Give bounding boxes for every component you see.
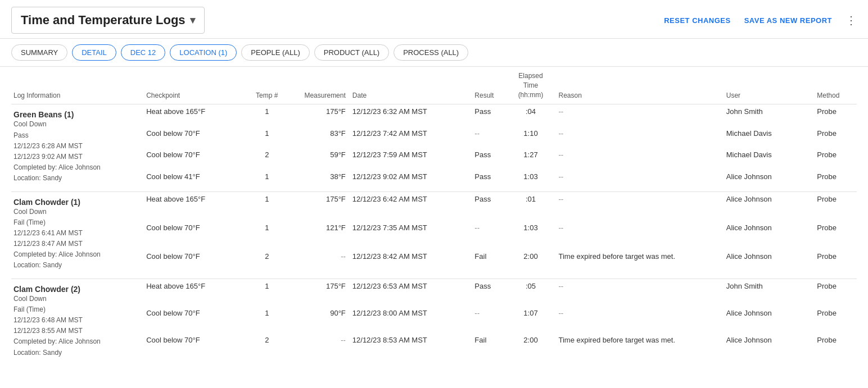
more-options-icon[interactable]: ⋮ bbox=[846, 13, 857, 27]
measurement-cell: 175°F bbox=[287, 191, 350, 221]
reason-cell: -- bbox=[556, 221, 724, 249]
method-cell: Probe bbox=[815, 191, 857, 221]
table-row: Clam Chowder (1) Cool DownFail (Time) 12… bbox=[11, 191, 857, 221]
user-cell: Alice Johnson bbox=[724, 191, 815, 221]
filter-people[interactable]: PEOPLE (ALL) bbox=[241, 44, 309, 61]
temp-num-cell: 1 bbox=[249, 104, 287, 126]
result-cell: Fail bbox=[472, 249, 507, 279]
date-cell: 12/12/23 8:42 AM MST bbox=[350, 249, 473, 279]
result-cell: Fail bbox=[472, 333, 507, 366]
col-date: Date bbox=[350, 67, 473, 104]
elapsed-cell: :04 bbox=[507, 104, 556, 126]
temp-num-cell: 2 bbox=[249, 249, 287, 279]
measurement-cell: 175°F bbox=[287, 279, 350, 306]
title-dropdown-icon[interactable]: ▾ bbox=[190, 14, 195, 26]
method-cell: Probe bbox=[815, 170, 857, 191]
reset-changes-button[interactable]: RESET CHANGES bbox=[664, 16, 730, 25]
col-reason: Reason bbox=[556, 67, 724, 104]
filter-process[interactable]: PROCESS (ALL) bbox=[394, 44, 468, 61]
temp-num-cell: 1 bbox=[249, 170, 287, 191]
result-cell: Pass bbox=[472, 170, 507, 191]
filter-bar: SUMMARY DETAIL DEC 12 LOCATION (1) PEOPL… bbox=[0, 39, 868, 67]
method-cell: Probe bbox=[815, 333, 857, 366]
user-cell: Alice Johnson bbox=[724, 249, 815, 279]
result-cell: Pass bbox=[472, 191, 507, 221]
log-info-cell: Green Beans (1) Cool DownPass 12/12/23 6… bbox=[11, 104, 144, 191]
measurement-cell: 83°F bbox=[287, 126, 350, 148]
filter-dec12[interactable]: DEC 12 bbox=[121, 44, 166, 61]
group-meta: 12/12/23 6:48 AM MST12/12/23 8:55 AM MST… bbox=[13, 315, 139, 363]
checkpoint-cell: Cool below 41°F bbox=[144, 170, 248, 191]
measurement-cell: -- bbox=[287, 249, 350, 279]
temp-num-cell: 1 bbox=[249, 221, 287, 249]
result-cell: -- bbox=[472, 221, 507, 249]
elapsed-cell: 1:03 bbox=[507, 170, 556, 191]
temp-num-cell: 1 bbox=[249, 306, 287, 333]
col-user: User bbox=[724, 67, 815, 104]
page-title: Time and Temperature Logs bbox=[21, 13, 186, 28]
filter-detail[interactable]: DETAIL bbox=[72, 44, 116, 61]
method-cell: Probe bbox=[815, 279, 857, 306]
result-cell: -- bbox=[472, 126, 507, 148]
checkpoint-cell: Cool below 70°F bbox=[144, 126, 248, 148]
elapsed-cell: 1:03 bbox=[507, 221, 556, 249]
reason-cell: -- bbox=[556, 148, 724, 169]
checkpoint-cell: Cool below 70°F bbox=[144, 148, 248, 169]
filter-summary[interactable]: SUMMARY bbox=[11, 44, 67, 61]
group-type: Cool DownPass bbox=[13, 119, 139, 140]
filter-product[interactable]: PRODUCT (ALL) bbox=[314, 44, 389, 61]
page-header: Time and Temperature Logs ▾ RESET CHANGE… bbox=[0, 0, 868, 39]
log-table: Log Information Checkpoint Temp # Measur… bbox=[11, 67, 857, 366]
temp-num-cell: 2 bbox=[249, 333, 287, 366]
title-area: Time and Temperature Logs ▾ bbox=[11, 7, 205, 34]
method-cell: Probe bbox=[815, 221, 857, 249]
method-cell: Probe bbox=[815, 104, 857, 126]
group-type: Cool DownFail (Time) bbox=[13, 294, 139, 315]
filter-location1[interactable]: LOCATION (1) bbox=[170, 44, 237, 61]
date-cell: 12/12/23 8:53 AM MST bbox=[350, 333, 473, 366]
col-elapsed: ElapsedTime(hh:mm) bbox=[507, 67, 556, 104]
elapsed-cell: 1:27 bbox=[507, 148, 556, 169]
group-title: Green Beans (1) bbox=[13, 110, 139, 119]
group-title: Clam Chowder (1) bbox=[13, 198, 139, 207]
date-cell: 12/12/23 6:42 AM MST bbox=[350, 191, 473, 221]
checkpoint-cell: Cool below 70°F bbox=[144, 221, 248, 249]
measurement-cell: 38°F bbox=[287, 170, 350, 191]
temp-num-cell: 2 bbox=[249, 148, 287, 169]
col-temp-num: Temp # bbox=[249, 67, 287, 104]
measurement-cell: 175°F bbox=[287, 104, 350, 126]
group-title: Clam Chowder (2) bbox=[13, 285, 139, 294]
date-cell: 12/12/23 6:32 AM MST bbox=[350, 104, 473, 126]
user-cell: Alice Johnson bbox=[724, 306, 815, 333]
method-cell: Probe bbox=[815, 249, 857, 279]
checkpoint-cell: Heat above 165°F bbox=[144, 191, 248, 221]
measurement-cell: 59°F bbox=[287, 148, 350, 169]
result-cell: Pass bbox=[472, 104, 507, 126]
checkpoint-cell: Cool below 70°F bbox=[144, 306, 248, 333]
date-cell: 12/12/23 7:35 AM MST bbox=[350, 221, 473, 249]
title-box[interactable]: Time and Temperature Logs ▾ bbox=[11, 7, 205, 34]
temp-num-cell: 1 bbox=[249, 191, 287, 221]
result-cell: -- bbox=[472, 306, 507, 333]
data-table-container: Log Information Checkpoint Temp # Measur… bbox=[0, 67, 868, 366]
reason-cell: -- bbox=[556, 170, 724, 191]
group-meta: 12/12/23 6:41 AM MST12/12/23 8:47 AM MST… bbox=[13, 228, 139, 276]
col-log-info: Log Information bbox=[11, 67, 144, 104]
reason-cell: -- bbox=[556, 191, 724, 221]
date-cell: 12/12/23 6:53 AM MST bbox=[350, 279, 473, 306]
checkpoint-cell: Heat above 165°F bbox=[144, 104, 248, 126]
checkpoint-cell: Heat above 165°F bbox=[144, 279, 248, 306]
temp-num-cell: 1 bbox=[249, 279, 287, 306]
log-info-cell: Clam Chowder (1) Cool DownFail (Time) 12… bbox=[11, 191, 144, 279]
reason-cell: Time expired before target was met. bbox=[556, 333, 724, 366]
result-cell: Pass bbox=[472, 279, 507, 306]
reason-cell: -- bbox=[556, 306, 724, 333]
col-measurement: Measurement bbox=[287, 67, 350, 104]
elapsed-cell: :05 bbox=[507, 279, 556, 306]
user-cell: Michael Davis bbox=[724, 126, 815, 148]
save-as-new-report-button[interactable]: SAVE AS NEW REPORT bbox=[744, 16, 832, 25]
date-cell: 12/12/23 7:59 AM MST bbox=[350, 148, 473, 169]
date-cell: 12/12/23 7:42 AM MST bbox=[350, 126, 473, 148]
col-method: Method bbox=[815, 67, 857, 104]
checkpoint-cell: Cool below 70°F bbox=[144, 249, 248, 279]
